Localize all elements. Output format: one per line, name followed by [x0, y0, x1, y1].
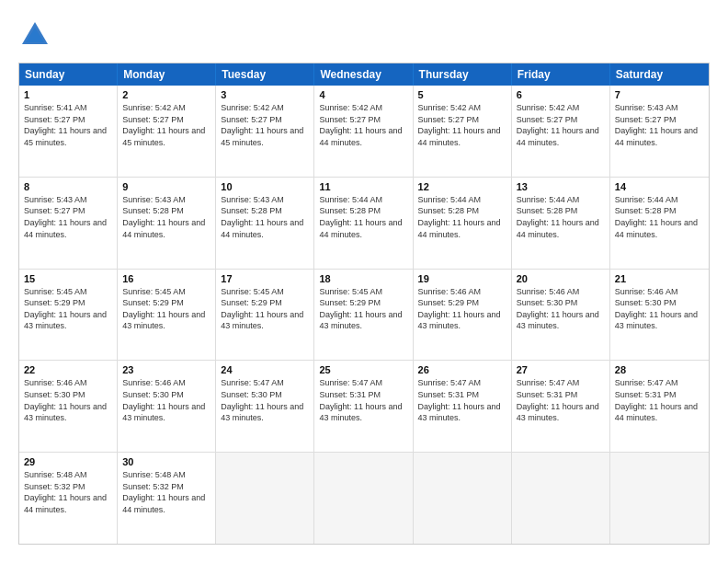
day-number: 20 [517, 273, 605, 284]
day-info: Sunrise: 5:42 AMSunset: 5:27 PMDaylight:… [319, 102, 407, 148]
day-info: Sunrise: 5:42 AMSunset: 5:27 PMDaylight:… [418, 102, 506, 148]
day-number: 13 [517, 181, 605, 192]
page-header [18, 18, 710, 52]
day-number: 4 [319, 89, 407, 100]
day-cell-3: 3Sunrise: 5:42 AMSunset: 5:27 PMDaylight… [216, 86, 314, 177]
day-cell-12: 12Sunrise: 5:44 AMSunset: 5:28 PMDayligh… [414, 178, 512, 269]
day-info: Sunrise: 5:46 AMSunset: 5:29 PMDaylight:… [418, 286, 506, 332]
day-number: 11 [319, 181, 407, 192]
calendar-row-0: 1Sunrise: 5:41 AMSunset: 5:27 PMDaylight… [19, 86, 709, 177]
day-number: 5 [418, 89, 506, 100]
day-number: 12 [418, 181, 506, 192]
day-number: 23 [122, 364, 210, 375]
day-cell-25: 25Sunrise: 5:47 AMSunset: 5:31 PMDayligh… [314, 361, 413, 452]
day-info: Sunrise: 5:45 AMSunset: 5:29 PMDaylight:… [24, 286, 112, 332]
day-number: 9 [122, 181, 210, 192]
day-cell-18: 18Sunrise: 5:45 AMSunset: 5:29 PMDayligh… [314, 270, 413, 361]
day-info: Sunrise: 5:48 AMSunset: 5:32 PMDaylight:… [24, 469, 112, 515]
day-cell-20: 20Sunrise: 5:46 AMSunset: 5:30 PMDayligh… [512, 270, 610, 361]
day-info: Sunrise: 5:42 AMSunset: 5:27 PMDaylight:… [221, 102, 309, 148]
day-number: 21 [615, 273, 704, 284]
calendar-row-1: 8Sunrise: 5:43 AMSunset: 5:27 PMDaylight… [19, 177, 709, 269]
day-info: Sunrise: 5:47 AMSunset: 5:31 PMDaylight:… [615, 377, 704, 423]
day-info: Sunrise: 5:43 AMSunset: 5:28 PMDaylight:… [122, 194, 210, 240]
header-cell-sunday: Sunday [19, 63, 118, 86]
day-cell-22: 22Sunrise: 5:46 AMSunset: 5:30 PMDayligh… [19, 361, 118, 452]
calendar-header: SundayMondayTuesdayWednesdayThursdayFrid… [19, 63, 709, 86]
day-number: 2 [122, 89, 210, 100]
day-number: 19 [418, 273, 506, 284]
calendar-body: 1Sunrise: 5:41 AMSunset: 5:27 PMDaylight… [19, 86, 709, 544]
day-info: Sunrise: 5:44 AMSunset: 5:28 PMDaylight:… [517, 194, 605, 240]
day-cell-14: 14Sunrise: 5:44 AMSunset: 5:28 PMDayligh… [610, 178, 709, 269]
day-info: Sunrise: 5:41 AMSunset: 5:27 PMDaylight:… [24, 102, 112, 148]
day-info: Sunrise: 5:44 AMSunset: 5:28 PMDaylight:… [615, 194, 704, 240]
day-number: 28 [615, 364, 704, 375]
day-info: Sunrise: 5:46 AMSunset: 5:30 PMDaylight:… [122, 377, 210, 423]
day-number: 24 [221, 364, 309, 375]
day-info: Sunrise: 5:42 AMSunset: 5:27 PMDaylight:… [122, 102, 210, 148]
empty-cell [314, 453, 413, 544]
day-info: Sunrise: 5:46 AMSunset: 5:30 PMDaylight:… [24, 377, 112, 423]
calendar-row-2: 15Sunrise: 5:45 AMSunset: 5:29 PMDayligh… [19, 269, 709, 361]
header-cell-saturday: Saturday [610, 63, 709, 86]
logo-icon [18, 18, 51, 52]
header-cell-friday: Friday [512, 63, 610, 86]
header-cell-wednesday: Wednesday [314, 63, 413, 86]
day-cell-1: 1Sunrise: 5:41 AMSunset: 5:27 PMDaylight… [19, 86, 118, 177]
day-number: 25 [319, 364, 407, 375]
calendar-row-4: 29Sunrise: 5:48 AMSunset: 5:32 PMDayligh… [19, 452, 709, 544]
day-number: 7 [615, 89, 704, 100]
day-cell-10: 10Sunrise: 5:43 AMSunset: 5:28 PMDayligh… [216, 178, 314, 269]
day-cell-6: 6Sunrise: 5:42 AMSunset: 5:27 PMDaylight… [512, 86, 610, 177]
day-cell-8: 8Sunrise: 5:43 AMSunset: 5:27 PMDaylight… [19, 178, 118, 269]
day-cell-27: 27Sunrise: 5:47 AMSunset: 5:31 PMDayligh… [512, 361, 610, 452]
day-number: 26 [418, 364, 506, 375]
empty-cell [414, 453, 512, 544]
day-info: Sunrise: 5:44 AMSunset: 5:28 PMDaylight:… [418, 194, 506, 240]
day-number: 3 [221, 89, 309, 100]
day-number: 14 [615, 181, 704, 192]
day-info: Sunrise: 5:47 AMSunset: 5:31 PMDaylight:… [319, 377, 407, 423]
day-cell-24: 24Sunrise: 5:47 AMSunset: 5:30 PMDayligh… [216, 361, 314, 452]
day-info: Sunrise: 5:46 AMSunset: 5:30 PMDaylight:… [517, 286, 605, 332]
day-cell-5: 5Sunrise: 5:42 AMSunset: 5:27 PMDaylight… [414, 86, 512, 177]
header-cell-tuesday: Tuesday [216, 63, 314, 86]
day-cell-7: 7Sunrise: 5:43 AMSunset: 5:27 PMDaylight… [610, 86, 709, 177]
day-info: Sunrise: 5:46 AMSunset: 5:30 PMDaylight:… [615, 286, 704, 332]
day-info: Sunrise: 5:44 AMSunset: 5:28 PMDaylight:… [319, 194, 407, 240]
day-cell-26: 26Sunrise: 5:47 AMSunset: 5:31 PMDayligh… [414, 361, 512, 452]
day-info: Sunrise: 5:47 AMSunset: 5:30 PMDaylight:… [221, 377, 309, 423]
day-number: 16 [122, 273, 210, 284]
day-cell-15: 15Sunrise: 5:45 AMSunset: 5:29 PMDayligh… [19, 270, 118, 361]
day-cell-4: 4Sunrise: 5:42 AMSunset: 5:27 PMDaylight… [314, 86, 413, 177]
day-info: Sunrise: 5:43 AMSunset: 5:28 PMDaylight:… [221, 194, 309, 240]
day-number: 29 [24, 456, 112, 467]
calendar-row-3: 22Sunrise: 5:46 AMSunset: 5:30 PMDayligh… [19, 360, 709, 452]
day-number: 15 [24, 273, 112, 284]
day-number: 10 [221, 181, 309, 192]
day-info: Sunrise: 5:45 AMSunset: 5:29 PMDaylight:… [122, 286, 210, 332]
day-info: Sunrise: 5:43 AMSunset: 5:27 PMDaylight:… [615, 102, 704, 148]
empty-cell [512, 453, 610, 544]
day-cell-23: 23Sunrise: 5:46 AMSunset: 5:30 PMDayligh… [118, 361, 216, 452]
day-cell-29: 29Sunrise: 5:48 AMSunset: 5:32 PMDayligh… [19, 453, 118, 544]
day-info: Sunrise: 5:45 AMSunset: 5:29 PMDaylight:… [221, 286, 309, 332]
day-cell-17: 17Sunrise: 5:45 AMSunset: 5:29 PMDayligh… [216, 270, 314, 361]
header-cell-thursday: Thursday [414, 63, 512, 86]
day-number: 17 [221, 273, 309, 284]
header-cell-monday: Monday [118, 63, 216, 86]
day-cell-11: 11Sunrise: 5:44 AMSunset: 5:28 PMDayligh… [314, 178, 413, 269]
day-cell-9: 9Sunrise: 5:43 AMSunset: 5:28 PMDaylight… [118, 178, 216, 269]
day-cell-21: 21Sunrise: 5:46 AMSunset: 5:30 PMDayligh… [610, 270, 709, 361]
day-number: 22 [24, 364, 112, 375]
day-number: 1 [24, 89, 112, 100]
day-cell-19: 19Sunrise: 5:46 AMSunset: 5:29 PMDayligh… [414, 270, 512, 361]
logo [18, 18, 51, 52]
empty-cell [216, 453, 314, 544]
day-number: 18 [319, 273, 407, 284]
day-cell-2: 2Sunrise: 5:42 AMSunset: 5:27 PMDaylight… [118, 86, 216, 177]
day-cell-13: 13Sunrise: 5:44 AMSunset: 5:28 PMDayligh… [512, 178, 610, 269]
day-info: Sunrise: 5:48 AMSunset: 5:32 PMDaylight:… [122, 469, 210, 515]
empty-cell [610, 453, 709, 544]
